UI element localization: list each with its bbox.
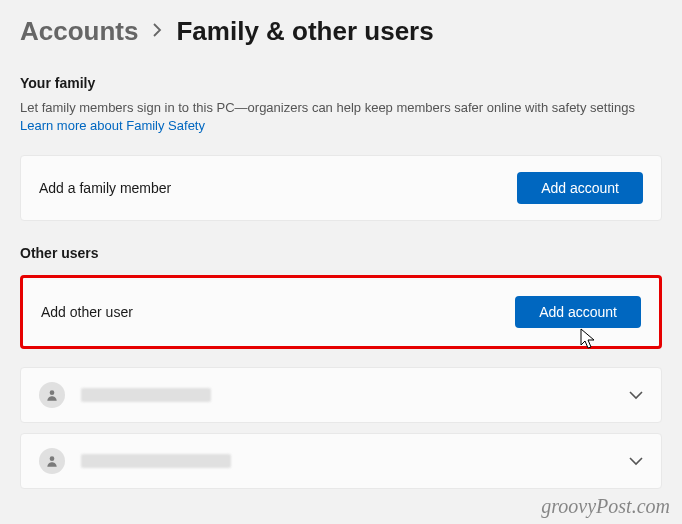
- user-name-redacted: [81, 388, 211, 402]
- chevron-right-icon: [152, 23, 162, 41]
- chevron-down-icon[interactable]: [629, 452, 643, 470]
- svg-point-1: [50, 457, 55, 462]
- breadcrumb: Accounts Family & other users: [20, 16, 662, 47]
- chevron-down-icon[interactable]: [629, 386, 643, 404]
- add-other-user-label: Add other user: [41, 304, 133, 320]
- add-family-label: Add a family member: [39, 180, 171, 196]
- family-section: Your family Let family members sign in t…: [20, 75, 662, 221]
- add-family-account-button[interactable]: Add account: [517, 172, 643, 204]
- breadcrumb-root[interactable]: Accounts: [20, 16, 138, 47]
- breadcrumb-current: Family & other users: [176, 16, 433, 47]
- add-family-member-card: Add a family member Add account: [20, 155, 662, 221]
- family-safety-link[interactable]: Learn more about Family Safety: [20, 118, 205, 133]
- family-header: Your family: [20, 75, 662, 91]
- user-name-redacted: [81, 454, 231, 468]
- person-icon: [39, 448, 65, 474]
- other-users-header: Other users: [20, 245, 662, 261]
- other-users-section: Other users Add other user Add account: [20, 245, 662, 489]
- family-description: Let family members sign in to this PC—or…: [20, 99, 662, 135]
- add-other-user-card: Add other user Add account: [20, 275, 662, 349]
- svg-point-0: [50, 391, 55, 396]
- family-desc-text: Let family members sign in to this PC—or…: [20, 100, 635, 115]
- user-row[interactable]: [20, 433, 662, 489]
- user-row[interactable]: [20, 367, 662, 423]
- person-icon: [39, 382, 65, 408]
- add-other-account-button[interactable]: Add account: [515, 296, 641, 328]
